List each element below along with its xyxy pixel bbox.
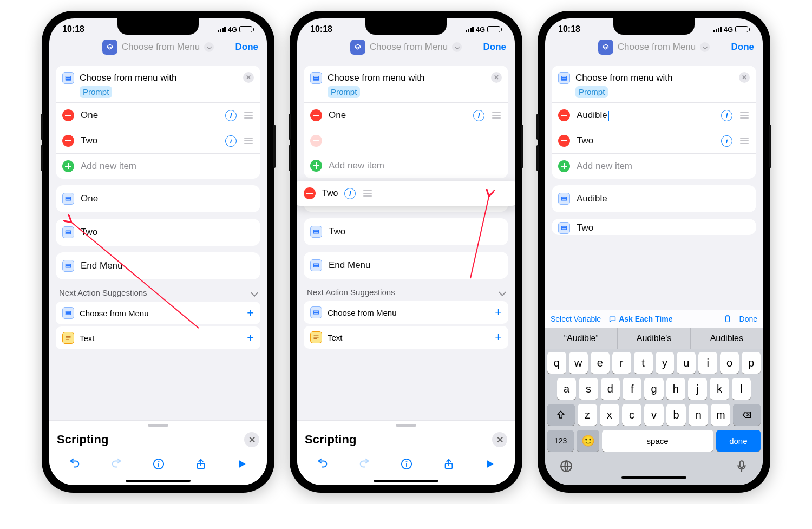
add-icon[interactable] — [558, 160, 570, 172]
title-dropdown[interactable] — [204, 42, 214, 52]
delete-icon[interactable] — [310, 109, 322, 121]
done-button[interactable]: Done — [731, 42, 755, 53]
key-d[interactable]: d — [601, 378, 620, 400]
add-icon[interactable] — [310, 160, 322, 172]
drag-handle-icon[interactable] — [243, 112, 254, 119]
collapse-icon[interactable]: ✕ — [491, 72, 502, 83]
share-button[interactable] — [195, 458, 207, 472]
key-b[interactable]: b — [666, 404, 686, 426]
drag-handle-icon[interactable] — [739, 138, 750, 144]
delete-icon[interactable] — [62, 135, 74, 147]
info-icon[interactable]: i — [344, 188, 356, 199]
key-v[interactable]: v — [644, 404, 664, 426]
kb-done-button[interactable]: Done — [739, 315, 757, 323]
delete-icon[interactable] — [62, 109, 74, 121]
select-variable-button[interactable]: Select Variable — [551, 315, 601, 323]
title-dropdown[interactable] — [700, 42, 710, 52]
clipboard-button[interactable] — [723, 315, 732, 323]
keyboard-done-key[interactable]: done — [716, 430, 761, 452]
case-card[interactable]: Audible — [552, 185, 756, 212]
key-t[interactable]: t — [634, 352, 653, 374]
menu-item-row[interactable]: Onei — [304, 102, 508, 128]
add-suggestion-icon[interactable]: + — [247, 307, 254, 319]
key-w[interactable]: w — [569, 352, 588, 374]
screen-title[interactable]: Choose from Menu — [122, 42, 200, 53]
undo-button[interactable] — [317, 458, 329, 472]
key-q[interactable]: q — [547, 352, 566, 374]
key-o[interactable]: o — [720, 352, 739, 374]
key-j[interactable]: j — [688, 378, 707, 400]
add-suggestion-icon[interactable]: + — [495, 306, 502, 318]
dictation-key[interactable] — [735, 459, 749, 475]
home-indicator[interactable] — [621, 476, 686, 479]
chevron-down-icon[interactable] — [251, 289, 258, 297]
key-g[interactable]: g — [644, 378, 663, 400]
suggestion-row[interactable]: Text+ — [304, 326, 508, 349]
key-r[interactable]: r — [612, 352, 631, 374]
redo-button[interactable] — [358, 458, 370, 472]
case-card[interactable]: Two — [552, 219, 756, 235]
key-e[interactable]: e — [591, 352, 610, 374]
case-card[interactable]: Two — [56, 219, 260, 246]
drag-handle-icon[interactable] — [362, 190, 373, 197]
add-item-row[interactable]: Add new item — [304, 153, 508, 178]
shift-key[interactable] — [547, 404, 575, 426]
done-button[interactable]: Done — [483, 42, 507, 53]
suggestion-row[interactable]: Text+ — [56, 326, 260, 349]
home-indicator[interactable] — [374, 480, 438, 482]
key-s[interactable]: s — [579, 378, 598, 400]
emoji-key[interactable]: 🙂 — [577, 430, 599, 452]
space-key[interactable]: space — [602, 430, 713, 452]
end-menu-card[interactable]: End Menu — [56, 252, 260, 279]
done-button[interactable]: Done — [235, 42, 259, 53]
play-button[interactable] — [484, 459, 495, 472]
screen-title[interactable]: Choose from Menu — [370, 42, 448, 53]
delete-icon[interactable] — [304, 187, 316, 199]
home-indicator[interactable] — [126, 480, 191, 482]
menu-item-row[interactable]: Audiblei — [552, 102, 756, 128]
undo-button[interactable] — [69, 458, 81, 472]
close-icon[interactable]: ✕ — [244, 432, 259, 447]
key-u[interactable]: u — [677, 352, 696, 374]
info-button[interactable] — [153, 458, 165, 472]
close-icon[interactable]: ✕ — [492, 432, 507, 447]
delete-icon[interactable] — [558, 135, 570, 147]
key-f[interactable]: f — [623, 378, 641, 400]
menu-item-row[interactable]: Twoi — [56, 128, 260, 153]
key-a[interactable]: a — [557, 378, 576, 400]
key-n[interactable]: n — [689, 404, 708, 426]
add-item-row[interactable]: Add new item — [552, 153, 756, 179]
add-icon[interactable] — [62, 160, 74, 172]
key-z[interactable]: z — [578, 404, 597, 426]
key-i[interactable]: i — [698, 352, 717, 374]
add-item-row[interactable]: Add new item — [56, 153, 260, 179]
drag-handle-icon[interactable] — [491, 112, 502, 119]
search-sheet[interactable]: Scripting✕ — [49, 420, 267, 485]
ask-each-time-button[interactable]: Ask Each Time — [608, 315, 672, 323]
drag-handle-icon[interactable] — [739, 112, 750, 119]
search-sheet[interactable]: Scripting✕ — [297, 420, 515, 485]
prompt-token[interactable]: Prompt — [328, 86, 360, 98]
dragging-item[interactable]: Two i — [297, 181, 515, 206]
end-menu-card[interactable]: End Menu — [304, 252, 508, 279]
chevron-down-icon[interactable] — [499, 289, 506, 296]
drag-handle-icon[interactable] — [243, 138, 254, 144]
menu-item-row[interactable]: Twoi — [552, 128, 756, 153]
prompt-token[interactable]: Prompt — [80, 86, 112, 98]
prompt-token[interactable]: Prompt — [575, 86, 608, 98]
key-l[interactable]: l — [732, 378, 751, 400]
key-p[interactable]: p — [742, 352, 761, 374]
info-icon[interactable]: i — [721, 110, 732, 121]
suggestion-row[interactable]: Choose from Menu+ — [56, 302, 260, 324]
info-icon[interactable]: i — [225, 110, 237, 121]
key-h[interactable]: h — [666, 378, 685, 400]
key-y[interactable]: y — [656, 352, 675, 374]
redo-button[interactable] — [110, 458, 122, 472]
info-icon[interactable]: i — [225, 135, 237, 147]
menu-item-row[interactable]: Onei — [56, 102, 260, 128]
case-card[interactable]: Two — [304, 218, 508, 245]
add-suggestion-icon[interactable]: + — [495, 331, 502, 343]
menu-item-input[interactable]: Audible — [577, 110, 715, 121]
grabber-icon[interactable] — [396, 424, 416, 427]
case-card[interactable]: One — [56, 185, 260, 212]
